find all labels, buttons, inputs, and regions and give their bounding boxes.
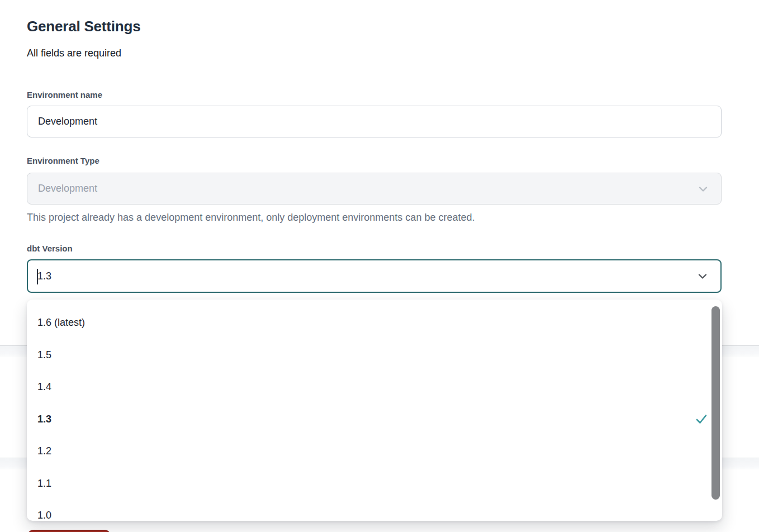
version-option-label: 1.0: [37, 510, 51, 521]
environment-type-label: Environment Type: [27, 156, 99, 165]
chevron-down-icon: [696, 182, 710, 196]
version-option[interactable]: 1.1: [27, 468, 722, 500]
version-option-label: 1.4: [37, 381, 51, 393]
version-option-label: 1.2: [37, 445, 51, 457]
page-subtitle: All fields are required: [27, 48, 121, 59]
version-option-label: 1.1: [37, 478, 51, 490]
version-option[interactable]: 1.4: [27, 371, 722, 403]
version-option[interactable]: 1.6 (latest): [27, 307, 722, 339]
environment-type-select: Development: [27, 173, 722, 205]
check-icon: [695, 413, 708, 425]
dbt-version-label: dbt Version: [27, 244, 73, 253]
environment-type-helper: This project already has a development e…: [27, 212, 475, 224]
text-caret: [37, 269, 38, 284]
chevron-down-icon[interactable]: [696, 269, 709, 283]
environment-name-input[interactable]: [27, 106, 722, 137]
page-title: General Settings: [27, 18, 140, 35]
version-option-label: 1.5: [37, 349, 51, 361]
general-settings-page: General Settings All fields are required…: [0, 0, 759, 532]
dropdown-scrollbar[interactable]: [711, 306, 720, 500]
version-option-label: 1.3: [37, 414, 51, 425]
dbt-version-combobox[interactable]: 1.3: [27, 259, 722, 293]
version-option-label: 1.6 (latest): [37, 317, 85, 329]
version-option[interactable]: 1.0: [27, 500, 722, 521]
danger-button[interactable]: [28, 530, 110, 532]
dbt-version-value: 1.3: [37, 270, 51, 282]
dbt-version-dropdown: 1.6 (latest) 1.5 1.4 1.3 1.2 1.1 1.0: [27, 300, 722, 521]
version-option[interactable]: 1.2: [27, 435, 722, 468]
version-option-list: 1.6 (latest) 1.5 1.4 1.3 1.2 1.1 1.0: [27, 307, 722, 521]
version-option[interactable]: 1.5: [27, 339, 722, 372]
version-option[interactable]: 1.3: [27, 403, 722, 436]
environment-name-label: Environment name: [27, 90, 102, 99]
environment-type-value: Development: [38, 183, 97, 194]
